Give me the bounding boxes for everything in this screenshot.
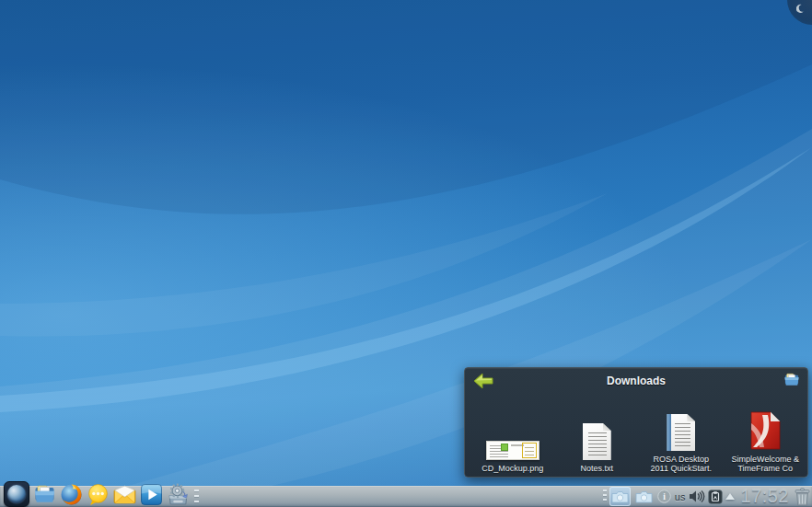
file-label: CD_Mockup.png bbox=[481, 464, 543, 473]
downloads-popup: Downloads CD_Mockup.png Notes.txt bbox=[464, 367, 808, 478]
file-item-notes[interactable]: Notes.txt bbox=[555, 396, 640, 475]
camera-device-icon bbox=[635, 490, 653, 503]
file-item-cd-mockup[interactable]: CD_Mockup.png bbox=[470, 396, 555, 475]
system-tray: i us 17:52 bbox=[600, 486, 810, 507]
camera-device-icon bbox=[611, 490, 629, 503]
file-label: ROSA Desktop 2011 QuickStart. bbox=[647, 455, 715, 473]
tray-separator bbox=[603, 490, 607, 503]
pdf-red-icon bbox=[749, 410, 782, 451]
image-thumbnail bbox=[486, 441, 539, 460]
mail-envelope-icon[interactable] bbox=[113, 483, 136, 506]
text-document-icon bbox=[583, 423, 611, 460]
file-item-simplewelcome[interactable]: SimpleWelcome & TimeFrame Co bbox=[724, 396, 808, 475]
panel-separator bbox=[194, 490, 199, 504]
trash-icon[interactable] bbox=[795, 488, 810, 506]
software-updater-icon[interactable] bbox=[167, 483, 190, 506]
document-blue-stripe-icon bbox=[667, 414, 695, 451]
keyboard-layout-indicator[interactable]: us bbox=[674, 491, 687, 502]
camera-device-button-2[interactable] bbox=[633, 487, 655, 506]
expand-tray-arrow-icon[interactable] bbox=[725, 493, 735, 500]
file-label: SimpleWelcome & TimeFrame Co bbox=[731, 455, 799, 473]
file-list: CD_Mockup.png Notes.txt ROSA Desktop 201… bbox=[470, 396, 807, 475]
rosa-menu-button[interactable] bbox=[4, 481, 29, 507]
rosa-menu-orb-icon bbox=[7, 485, 26, 503]
popup-title: Downloads bbox=[465, 374, 807, 387]
firefox-icon[interactable] bbox=[60, 483, 83, 506]
clock[interactable]: 17:52 bbox=[737, 486, 792, 507]
info-icon[interactable]: i bbox=[657, 490, 671, 503]
file-label: Notes.txt bbox=[580, 464, 613, 473]
media-player-icon[interactable] bbox=[140, 483, 163, 506]
svg-text:i: i bbox=[663, 492, 666, 501]
klipper-icon[interactable] bbox=[708, 490, 723, 504]
file-manager-folder-icon[interactable] bbox=[33, 483, 56, 506]
plasma-cashew-icon bbox=[796, 4, 806, 14]
volume-icon[interactable] bbox=[689, 490, 705, 503]
popup-header: Downloads bbox=[465, 368, 807, 395]
messenger-bubble-icon[interactable] bbox=[87, 483, 110, 506]
file-item-rosa-quickstart[interactable]: ROSA Desktop 2011 QuickStart. bbox=[639, 396, 724, 475]
camera-device-button-1[interactable] bbox=[609, 487, 631, 506]
folder-icon[interactable] bbox=[783, 373, 800, 387]
taskbar-launchers bbox=[2, 479, 202, 507]
